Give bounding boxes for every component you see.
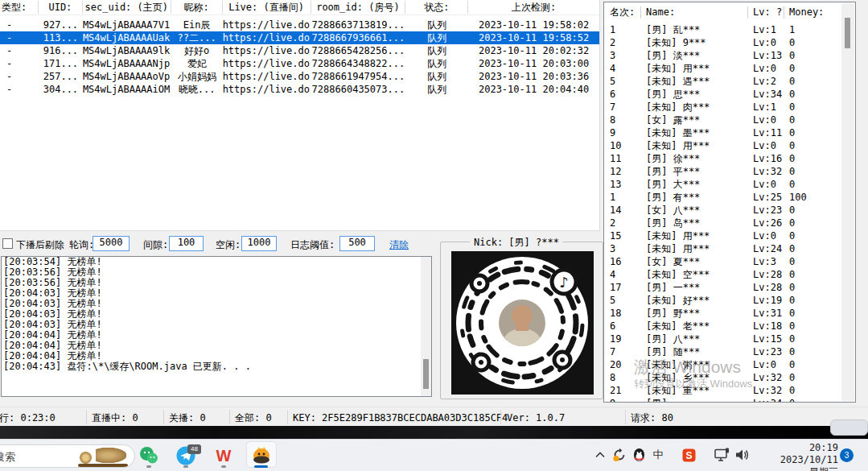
rank-cell: 0 xyxy=(784,217,841,229)
idle-input[interactable]: 1000 xyxy=(241,236,277,251)
remove-after-offline-checkbox[interactable] xyxy=(2,238,13,249)
col-rank[interactable]: 名次: xyxy=(604,6,641,19)
log-scrollbar-thumb[interactable] xyxy=(423,359,429,389)
tray-qq-icon[interactable] xyxy=(631,448,647,462)
rank-row[interactable]: 1[男] 有***Lv:25100 xyxy=(604,191,841,204)
col-last-check[interactable]: 上次检测: xyxy=(468,1,599,14)
rank-row[interactable]: 14[女] 八***Lv:230 xyxy=(604,204,841,217)
rank-row[interactable]: 5[未知] 好***Lv:190 xyxy=(604,294,841,307)
rank-row[interactable]: 9[男]Lv:340 xyxy=(604,397,841,402)
live-room-table[interactable]: 类型: UID: sec_uid: (主页) 昵称: Live: (直播间) r… xyxy=(0,0,600,231)
rank-row[interactable]: 6[男] 思***Lv:340 xyxy=(604,88,841,101)
clear-log-link[interactable]: 清除 xyxy=(389,238,409,252)
rank-scrollbar-thumb[interactable] xyxy=(845,18,850,48)
col-room-id[interactable]: room_id: (房号) xyxy=(311,1,406,14)
table-header[interactable]: 类型: UID: sec_uid: (主页) 昵称: Live: (直播间) r… xyxy=(0,0,599,15)
log-box[interactable]: [20:03:54] 无榜单![20:03:56] 无榜单![20:03:56]… xyxy=(1,256,432,397)
status-all-count: 全部: 0 xyxy=(235,412,272,423)
col-sec-uid[interactable]: sec_uid: (主页) xyxy=(83,1,171,14)
cell-sec_uid: MS4wLjABAAAA7V1... xyxy=(83,19,171,31)
rank-row[interactable]: 4[未知] 用***Lv:00 xyxy=(604,62,841,75)
rank-cell: 3 xyxy=(604,49,641,62)
table-row[interactable]: -171...MS4wLjABAAAANjp...爱妃https://live.… xyxy=(0,57,599,70)
telegram-running-indicator xyxy=(183,465,188,468)
status-version: Ver: 1.0.7 xyxy=(507,412,565,423)
gap-input[interactable]: 100 xyxy=(169,236,204,251)
wps-icon[interactable]: W xyxy=(210,444,237,468)
rank-row[interactable]: 19[男] 八***Lv:150 xyxy=(604,333,841,345)
rank-cell: 0 xyxy=(784,294,841,307)
rank-cell: Lv:0 xyxy=(748,139,784,152)
tray-sync-icon[interactable] xyxy=(611,448,627,462)
rank-row[interactable]: 5[未知] 遇***Lv:20 xyxy=(604,75,841,88)
rank-row[interactable]: 8[未知] 乡***Lv:320 xyxy=(604,371,841,384)
col-lv[interactable]: Lv: ? xyxy=(748,6,784,19)
tray-ime-zh-icon[interactable]: 中 xyxy=(650,448,666,462)
rank-scrollbar[interactable] xyxy=(841,3,854,401)
col-type[interactable]: 类型: xyxy=(0,1,39,14)
rank-row[interactable]: 17[男] 一***Lv:280 xyxy=(604,281,841,294)
rank-body: 1[男] 乱***Lv:112[未知] 9***Lv:003[男] 淡***Lv… xyxy=(604,23,841,402)
poll-input[interactable]: 5000 xyxy=(93,236,130,251)
col-nick[interactable]: 昵称: xyxy=(171,1,223,14)
rank-row[interactable]: 1[男] 乱***Lv:11 xyxy=(604,23,841,36)
rank-cell: 9 xyxy=(604,126,641,139)
log-scrollbar[interactable] xyxy=(421,257,431,396)
rank-row[interactable]: 6[未知] 老***Lv:180 xyxy=(604,320,841,333)
active-app-icon[interactable] xyxy=(248,444,275,468)
rank-cell: 4 xyxy=(604,268,641,281)
rank-row[interactable]: 16[女] 夏***Lv:30 xyxy=(604,255,841,268)
rank-row[interactable]: 10[未知] 用***Lv:00 xyxy=(604,139,841,152)
cell-uid: 171... xyxy=(39,57,83,70)
rank-row[interactable]: 3[未知] 用***Lv:240 xyxy=(604,242,841,255)
rank-row[interactable]: 12[男] 平***Lv:320 xyxy=(604,165,841,178)
col-uid[interactable]: UID: xyxy=(39,1,83,14)
tray-chevron-up-icon[interactable] xyxy=(594,448,607,462)
log-line: [20:03:56] 无榜单! xyxy=(2,267,431,278)
notification-count-badge[interactable]: 3 xyxy=(840,448,854,462)
rank-row[interactable]: 13[男] 大***Lv:00 xyxy=(604,178,841,191)
rank-panel[interactable]: 名次: Name: Lv: ? Money: 1[男] 乱***Lv:112[未… xyxy=(603,2,856,403)
col-live[interactable]: Live: (直播间) xyxy=(223,1,311,14)
rank-row[interactable]: 7[男] 随***Lv:230 xyxy=(604,345,841,358)
col-status[interactable]: 状态: xyxy=(405,1,468,14)
cell-live: https://live.do... xyxy=(223,83,311,96)
log-threshold-input[interactable]: 500 xyxy=(339,236,375,251)
rank-row[interactable]: 4[未知] 空***Lv:280 xyxy=(604,268,841,281)
rank-row[interactable]: 2[男] 岛***Lv:260 xyxy=(604,217,841,229)
cell-type: - xyxy=(0,19,39,31)
rank-row[interactable]: 15[未知] 用***Lv:00 xyxy=(604,229,841,242)
cell-nick: 小娟妈妈 xyxy=(171,70,223,83)
tray-monitor-icon[interactable] xyxy=(713,448,732,462)
table-row[interactable]: -916...MS4wLjABAAAA9lk...好好ohttps://live… xyxy=(0,44,599,57)
rank-row[interactable]: 7[未知] 肉***Lv:10 xyxy=(604,101,841,114)
rank-row[interactable]: 11[男] 徐***Lv:160 xyxy=(604,152,841,165)
status-live-count: 直播中: 0 xyxy=(92,412,138,423)
log-lines: [20:03:54] 无榜单![20:03:56] 无榜单![20:03:56]… xyxy=(2,257,431,372)
tray-speaker-icon[interactable] xyxy=(734,448,751,462)
table-row[interactable]: -304...MS4wLjABAAAAiOM...晓晓...https://li… xyxy=(0,83,599,96)
table-row[interactable]: -257...MS4wLjABAAAAoVp...小娟妈妈https://liv… xyxy=(0,70,599,83)
rank-row[interactable]: 20[未知] 粥***Lv:00 xyxy=(604,358,841,371)
rank-row[interactable]: 21[未知] 重***Lv:320 xyxy=(604,384,841,397)
rank-row[interactable]: 8[女] 露***Lv:00 xyxy=(604,114,841,126)
col-name[interactable]: Name: xyxy=(641,6,748,19)
wechat-icon[interactable] xyxy=(135,444,162,468)
rank-cell: Lv:31 xyxy=(748,307,784,320)
rank-row[interactable]: 9[未知] 墨***Lv:110 xyxy=(604,126,841,139)
cell-sec_uid: MS4wLjABAAAAUak... xyxy=(83,31,171,44)
tray-sogou-icon[interactable]: S xyxy=(681,448,697,462)
rank-header[interactable]: 名次: Name: Lv: ? Money: xyxy=(604,2,855,19)
cell-checked: 2023-10-11 20:04:40 xyxy=(468,83,599,96)
rank-row[interactable]: 2[未知] 9***Lv:00 xyxy=(604,36,841,49)
taskbar-clock[interactable]: 20:19 2023/10/11 星期三 xyxy=(766,442,838,471)
rank-row[interactable]: 18[男] 野***Lv:310 xyxy=(604,307,841,320)
rank-cell: [男] xyxy=(641,397,748,402)
rank-cell: Lv:15 xyxy=(748,333,784,345)
table-row[interactable]: -113...MS4wLjABAAAAUak...??二...https://l… xyxy=(0,31,599,44)
rank-cell: [男] 平*** xyxy=(641,165,748,178)
rank-row[interactable]: 3[男] 淡***Lv:130 xyxy=(604,49,841,62)
rank-cell: 17 xyxy=(604,281,641,294)
table-row[interactable]: -927...MS4wLjABAAAA7V1...Ein辰https://liv… xyxy=(0,19,599,31)
taskbar-search[interactable]: 搜索 xyxy=(0,444,135,468)
